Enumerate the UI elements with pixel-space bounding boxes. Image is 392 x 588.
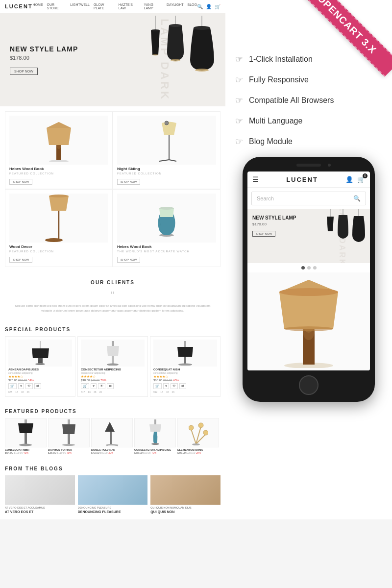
eye-btn-1[interactable]: 👁 (25, 383, 33, 389)
featured-title: FEATURED PRODUCTS (5, 409, 220, 414)
nav-lightwell[interactable]: LIGHTWELL (70, 3, 90, 10)
heart-btn-2[interactable]: ♥ (91, 383, 97, 389)
featured-grid: CONSEQUAT NIBH $64.00 $109.00 40% (5, 418, 220, 454)
svg-line-42 (191, 429, 196, 444)
lamp-svg-1 (148, 16, 162, 89)
nav-glow[interactable]: GLOW PLATE (94, 3, 115, 10)
nav-blog[interactable]: BLOG (188, 3, 197, 10)
cart-btn-2[interactable]: 🛒 (81, 383, 89, 389)
feature-text-1: 1-Click Installation (249, 55, 313, 64)
product-btn-2[interactable]: SHOP NOW (117, 179, 140, 185)
phone-search-bar[interactable]: Search 🔍 (251, 192, 366, 205)
svg-point-45 (189, 425, 194, 430)
phone-dot-1[interactable] (301, 266, 305, 270)
hero-price: $178.00 (10, 55, 78, 61)
click-icon: ☞ (235, 54, 243, 65)
svg-rect-33 (24, 433, 27, 445)
lamp-svg-3 (189, 16, 216, 89)
nav-logo: LUCENT (5, 3, 33, 9)
special-stats-3: 912 13 48 26 (153, 391, 217, 393)
nav-haztes[interactable]: HAZTE'S LAW (119, 3, 140, 10)
website-preview: LUCENT HOME OUR STORE LIGHTWELL GLOW PLA… (0, 0, 225, 519)
phone-shop-now-button[interactable]: SHOP NOW (252, 231, 275, 237)
nav-icons: 🔍 👤 🛒 (197, 4, 220, 9)
heart-btn-1[interactable]: ♥ (18, 383, 24, 389)
shop-now-button[interactable]: SHOP NOW (10, 68, 38, 75)
phone-search-icon[interactable]: 🔍 (353, 195, 361, 202)
blog-card-1: AT VERO EOS ET ACCUSAMUS AT VERO EOS ET (5, 475, 75, 514)
phone-home-button[interactable] (299, 375, 318, 395)
product-lamp-svg-4 (149, 194, 184, 243)
featured-img-5 (177, 418, 219, 447)
featured-price-4: $58.00 $99.00 70% (134, 451, 176, 454)
phone-screen: ☰ LUCENT 👤 🛒 0 Search 🔍 (247, 172, 370, 370)
svg-point-9 (195, 69, 209, 72)
blog-grid: AT VERO EOS ET ACCUSAMUS AT VERO EOS ET … (5, 475, 220, 514)
nav-store[interactable]: OUR STORE (47, 3, 67, 10)
product-card-2: Night Skiing FEATURED COLLECTION SHOP NO… (113, 111, 220, 189)
heart-btn-3[interactable]: ♥ (163, 383, 169, 389)
phone-dot-2[interactable] (307, 266, 311, 270)
product-img-4 (117, 194, 216, 243)
nav-home[interactable]: HOME (33, 3, 43, 10)
svg-point-24 (35, 363, 45, 365)
product-sub-4: THE WORLD'S MOST ACCURATE WATCH (117, 250, 216, 253)
blog-img-1 (5, 475, 75, 505)
special-stats-1: 675 13 48 26 (8, 391, 72, 393)
cart-btn-1[interactable]: 🛒 (8, 383, 17, 389)
product-btn-3[interactable]: SHOP NOW (9, 257, 32, 263)
featured-price-3: $43.00 $99.00 30% (91, 451, 133, 454)
compare-btn-3[interactable]: ⇄ (179, 383, 186, 389)
svg-point-2 (151, 29, 160, 31)
search-icon[interactable]: 🔍 (197, 4, 203, 9)
product-img-2 (117, 116, 216, 165)
phone-carousel-dots (247, 263, 370, 272)
special-lamp-svg-2 (104, 341, 122, 366)
eye-btn-3[interactable]: 👁 (171, 383, 178, 389)
svg-point-19 (49, 195, 69, 197)
phone-menu-icon[interactable]: ☰ (252, 175, 259, 183)
product-lamp-svg-2 (149, 118, 184, 162)
featured-lamp-svg-1 (17, 419, 34, 446)
feature-text-4: Multi Language (249, 117, 302, 125)
featured-img-1 (5, 418, 47, 447)
feature-text-5: Blog Module (249, 137, 293, 146)
featured-card-2: DAPIBUS TORTOR $36.00 $119.00 70% (48, 418, 90, 454)
cart-icon[interactable]: 🛒 (215, 4, 220, 9)
phone-cart-badge[interactable]: 🛒 0 (357, 176, 365, 183)
svg-point-18 (45, 238, 63, 242)
product-btn-1[interactable]: SHOP NOW (9, 179, 32, 185)
product-img-1 (9, 116, 108, 165)
user-icon[interactable]: 👤 (206, 4, 212, 9)
cart-btn-3[interactable]: 🛒 (153, 383, 162, 389)
eye-btn-2[interactable]: 👁 (98, 383, 105, 389)
svg-rect-26 (112, 341, 114, 346)
phone-dot-3[interactable] (313, 266, 317, 270)
svg-rect-27 (112, 356, 114, 365)
special-actions-2: 🛒 ♥ 👁 ⇄ (81, 383, 145, 389)
special-card-1: AENEAN DAPIBUSES consectetur adipiscing … (5, 336, 75, 397)
main-container: LUCENT HOME OUR STORE LIGHTWELL GLOW PLA… (0, 0, 392, 519)
nav-yang[interactable]: YANG LAMP (144, 3, 163, 10)
product-card-1: Hebes Wood Book FEATURED COLLECTION SHOP… (5, 111, 113, 189)
svg-point-5 (169, 24, 182, 27)
product-name-4: Hebes Wood Book (117, 245, 216, 249)
svg-point-6 (171, 59, 180, 62)
nav-daylight[interactable]: DAYLIGHT (167, 3, 184, 10)
special-stars-2: ★★★★☆ (81, 375, 145, 379)
blog-section: FROM THE BLOGS AT VERO EOS ET ACCUSAMUS … (0, 460, 225, 519)
feature-item-1: ☞ 1-Click Installation (235, 54, 382, 65)
compare-btn-2[interactable]: ⇄ (107, 383, 114, 389)
phone-nav-icons: 👤 🛒 0 (345, 176, 365, 183)
svg-point-22 (159, 207, 174, 210)
feature-text-3: Compatible All Browsers (249, 96, 334, 105)
special-name-2: CONSECTETUR ADIPISCING (81, 368, 145, 371)
special-card-2: CONSECTETUR ADIPISCING consectetur adipi… (77, 336, 148, 397)
product-btn-4[interactable]: SHOP NOW (117, 257, 140, 263)
compare-btn-1[interactable]: ⇄ (34, 383, 41, 389)
featured-price-1: $64.00 $109.00 40% (5, 451, 47, 454)
blog-post-title-2: DENOUNCING PLEASURE (78, 510, 148, 514)
phone-user-icon[interactable]: 👤 (345, 176, 353, 183)
svg-point-57 (284, 326, 333, 331)
phone-lamp-1 (326, 209, 335, 248)
